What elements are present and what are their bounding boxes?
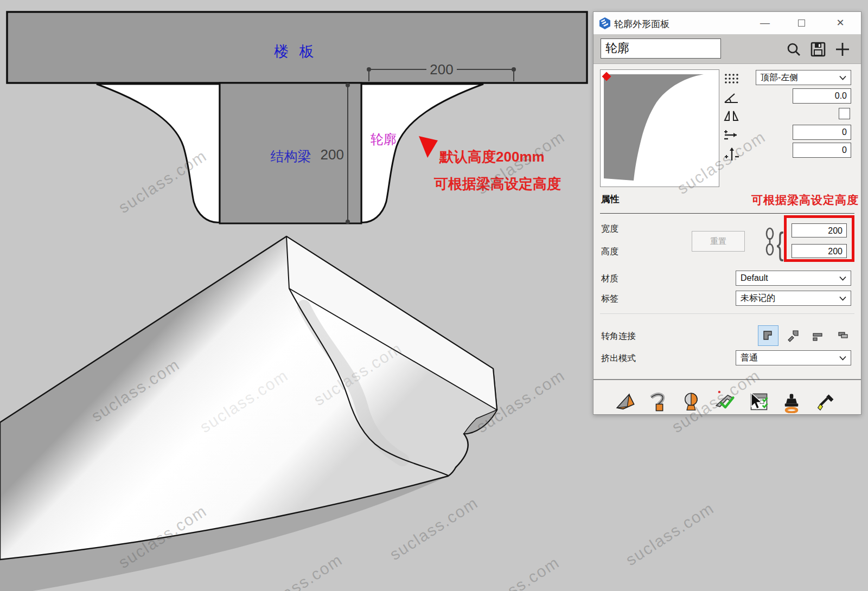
- orientation-value: 顶部-左侧: [761, 72, 839, 83]
- extrude-mode-select[interactable]: 普通: [736, 350, 851, 365]
- corner-butt-icon: [811, 330, 824, 343]
- profile-label: 轮廓: [371, 132, 397, 146]
- corner-join-label: 转角连接: [601, 331, 636, 342]
- corner-overlap-icon: [837, 329, 850, 342]
- material-select[interactable]: Default: [736, 271, 851, 286]
- toolbar-separator: [593, 379, 861, 380]
- lathe-icon: [681, 391, 703, 413]
- corner-butt-button[interactable]: [809, 328, 826, 344]
- corner-square-icon: [762, 329, 775, 342]
- corner-miter-icon: [787, 329, 800, 342]
- plus-icon[interactable]: [834, 41, 851, 57]
- chevron-down-icon: [839, 75, 846, 80]
- left-cove-profile: [97, 84, 220, 222]
- offset-y-field[interactable]: 0: [793, 143, 851, 158]
- chevron-down-icon: [839, 356, 846, 361]
- chevron-down-icon: [839, 276, 846, 281]
- app-canvas: 200 200 楼 板 结构梁 轮廓 默认高度200mm 可根据梁高设定高度 s…: [0, 0, 868, 591]
- chevron-down-icon: [839, 296, 846, 301]
- panel-header-band: 轮廓: [593, 35, 861, 64]
- save-icon[interactable]: [810, 41, 826, 57]
- tag-select[interactable]: 未标记的: [736, 291, 851, 306]
- width-field[interactable]: 200: [792, 223, 847, 237]
- rotation-field[interactable]: 0.0: [793, 88, 851, 104]
- height-label: 高度: [601, 246, 618, 258]
- panel-title: 轮廓外形面板: [614, 18, 669, 30]
- profile-preview[interactable]: [600, 69, 719, 187]
- annotation-default-height: 默认高度200mm: [439, 149, 545, 165]
- profile-preview-shape: [601, 70, 718, 186]
- material-label: 材质: [601, 273, 618, 285]
- grid-placement-icon[interactable]: [724, 73, 739, 86]
- beam-label: 结构梁: [271, 149, 311, 164]
- width-label: 宽度: [601, 223, 618, 235]
- molding-body: [0, 236, 497, 560]
- slab-label: 楼 板: [274, 43, 317, 60]
- orientation-select[interactable]: 顶部-左侧: [756, 70, 851, 85]
- maximize-icon: [798, 20, 805, 27]
- properties-red-note: 可根据梁高设定高度: [751, 192, 859, 208]
- offset-x-field[interactable]: 0: [793, 125, 851, 140]
- mirror-flip-icon[interactable]: [723, 109, 739, 123]
- mirror-checkbox[interactable]: [839, 108, 850, 119]
- horizontal-offset-icon[interactable]: [723, 127, 739, 143]
- rotation-angle-icon[interactable]: [724, 91, 739, 105]
- corner-square-button[interactable]: [758, 325, 778, 346]
- red-pointer-triangle: [419, 136, 438, 158]
- reset-button[interactable]: 重置: [692, 231, 745, 252]
- tag-label: 标签: [601, 293, 618, 305]
- properties-header: 属性: [601, 193, 620, 205]
- stamp-icon: [781, 391, 802, 413]
- profile-name-input[interactable]: 轮廓: [601, 38, 721, 59]
- mouse-cursor: [750, 393, 763, 410]
- width-dim-text: 200: [430, 61, 453, 78]
- link-chain-icon[interactable]: [764, 227, 775, 257]
- corner-miter-button[interactable]: [784, 327, 802, 344]
- vertical-offset-icon[interactable]: [724, 145, 739, 163]
- eyedropper-tool-button[interactable]: [814, 390, 838, 414]
- close-button[interactable]: ✕: [833, 15, 848, 30]
- wedge-profile-tool-button[interactable]: [614, 390, 637, 414]
- annotation-set-height: 可根据梁高设定高度: [433, 176, 561, 192]
- profile-shape-panel: 轮廓外形面板 — ✕ 轮廓: [593, 11, 861, 415]
- wedge-profile-icon: [615, 391, 636, 413]
- corner-overlap-button[interactable]: [834, 327, 852, 344]
- height-field[interactable]: 200: [792, 244, 847, 258]
- minimize-button[interactable]: —: [757, 15, 773, 30]
- tag-value: 未标记的: [741, 293, 839, 304]
- app-logo-icon: [598, 17, 611, 30]
- extrude-mode-value: 普通: [741, 352, 839, 364]
- stamp-tool-button[interactable]: [780, 390, 803, 414]
- brace-glyph: {: [777, 222, 784, 266]
- height-dim-text: 200: [321, 146, 344, 163]
- material-value: Default: [741, 273, 839, 283]
- extrude-mode-label: 挤出模式: [601, 353, 636, 364]
- profile-check-icon: [714, 390, 736, 412]
- profile-check-tool-button[interactable]: [713, 389, 737, 413]
- path-extrude-tool-button[interactable]: [647, 390, 671, 414]
- path-extrude-icon: [648, 391, 670, 413]
- panel-titlebar[interactable]: 轮廓外形面板 — ✕: [593, 12, 861, 35]
- search-icon[interactable]: [786, 41, 802, 57]
- lathe-tool-button[interactable]: [680, 390, 704, 414]
- eyedropper-icon: [815, 391, 837, 413]
